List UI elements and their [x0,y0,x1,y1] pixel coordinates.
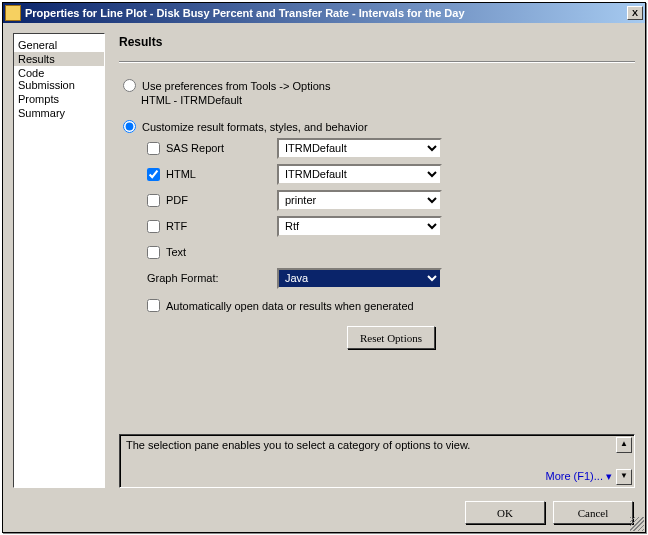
content-pane: Results Use preferences from Tools -> Op… [105,33,635,488]
sidebar-item-prompts[interactable]: Prompts [14,92,104,106]
radio-use-preferences-label: Use preferences from Tools -> Options [142,80,330,92]
graph-format-label: Graph Format: [147,272,277,284]
dropdown-icon: ▾ [606,470,612,482]
ok-button[interactable]: OK [465,501,545,524]
checkbox-sas-report[interactable]: SAS Report [147,142,277,155]
select-graph-format[interactable]: Java [277,268,442,289]
checkbox-rtf[interactable]: RTF [147,220,277,233]
more-help-link[interactable]: More (F1)... ▾ [545,470,612,483]
checkbox-text-label: Text [166,246,186,258]
checkbox-pdf-input[interactable] [147,194,160,207]
select-html-style[interactable]: ITRMDefault [277,164,442,185]
checkbox-rtf-label: RTF [166,220,187,232]
scroll-up-icon[interactable]: ▲ [616,437,632,453]
checkbox-pdf[interactable]: PDF [147,194,277,207]
checkbox-pdf-label: PDF [166,194,188,206]
checkbox-auto-open[interactable]: Automatically open data or results when … [147,299,635,312]
dialog-footer: OK Cancel [465,501,633,524]
radio-customize-label: Customize result formats, styles, and be… [142,121,368,133]
checkbox-html[interactable]: HTML [147,168,277,181]
checkbox-sas-report-label: SAS Report [166,142,224,154]
select-rtf-style[interactable]: Rtf [277,216,442,237]
separator [119,61,635,63]
cancel-button[interactable]: Cancel [553,501,633,524]
use-preferences-detail: HTML - ITRMDefault [141,94,635,106]
section-heading: Results [119,35,635,49]
checkbox-html-label: HTML [166,168,196,180]
radio-customize[interactable]: Customize result formats, styles, and be… [123,120,635,133]
resize-grip-icon[interactable] [630,517,644,531]
sidebar-item-results[interactable]: Results [14,52,104,66]
dialog-body: General Results Code Submission Prompts … [3,23,645,532]
checkbox-text[interactable]: Text [147,246,277,259]
close-icon[interactable]: X [627,6,643,20]
select-pdf-style[interactable]: printer [277,190,442,211]
reset-options-button[interactable]: Reset Options [347,326,435,349]
app-icon [5,5,21,21]
help-scrollbar[interactable]: ▲ ▼ [616,437,632,485]
checkbox-rtf-input[interactable] [147,220,160,233]
sidebar-item-code-submission[interactable]: Code Submission [14,66,104,92]
sidebar-item-summary[interactable]: Summary [14,106,104,120]
window-title: Properties for Line Plot - Disk Busy Per… [25,7,627,19]
help-text: The selection pane enables you to select… [126,439,470,451]
sidebar-item-general[interactable]: General [14,38,104,52]
properties-dialog: Properties for Line Plot - Disk Busy Per… [2,2,646,533]
select-sas-report-style[interactable]: ITRMDefault [277,138,442,159]
radio-customize-input[interactable] [123,120,136,133]
category-sidebar: General Results Code Submission Prompts … [13,33,105,488]
titlebar: Properties for Line Plot - Disk Busy Per… [3,3,645,23]
checkbox-text-input[interactable] [147,246,160,259]
help-pane: The selection pane enables you to select… [119,434,635,488]
checkbox-html-input[interactable] [147,168,160,181]
radio-use-preferences[interactable]: Use preferences from Tools -> Options [123,79,635,92]
checkbox-auto-open-input[interactable] [147,299,160,312]
radio-use-preferences-input[interactable] [123,79,136,92]
checkbox-sas-report-input[interactable] [147,142,160,155]
scroll-down-icon[interactable]: ▼ [616,469,632,485]
format-options: SAS Report ITRMDefault HTML ITRMDefault [147,135,635,349]
checkbox-auto-open-label: Automatically open data or results when … [166,300,414,312]
